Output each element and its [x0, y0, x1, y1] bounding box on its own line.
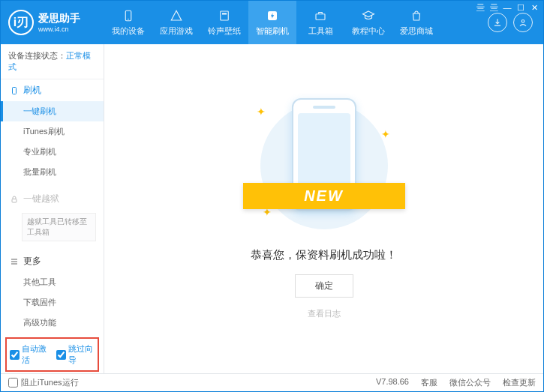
options-highlight-box: 自动激活 跳过向导: [5, 337, 99, 372]
view-log-link[interactable]: 查看日志: [308, 308, 341, 319]
app-url: www.i4.cn: [38, 25, 80, 33]
minimize-icon[interactable]: —: [501, 2, 513, 13]
sidebar-item-itunes-flash[interactable]: iTunes刷机: [1, 121, 104, 142]
nav-tabs: 我的设备 应用游戏 铃声壁纸 智能刷机 工具箱 教程中心: [104, 1, 488, 44]
main-content: ✦ ✦ ✦ NEW 恭喜您，保资料刷机成功啦！ 确定 查看日志: [104, 44, 543, 373]
svg-rect-8: [12, 199, 17, 202]
list-icon: [10, 257, 19, 266]
device-icon: [122, 9, 135, 22]
statusbar: 阻止iTunes运行 V7.98.66 客服 微信公众号 检查更新: [1, 373, 543, 391]
store-icon: [410, 9, 423, 22]
success-message: 恭喜您，保资料刷机成功啦！: [251, 248, 397, 262]
svg-rect-7: [13, 87, 17, 94]
check-update-link[interactable]: 检查更新: [503, 377, 536, 388]
svg-rect-3: [222, 13, 227, 14]
maximize-icon[interactable]: ☐: [515, 2, 527, 13]
toolbox-icon: [314, 9, 327, 22]
window-controls: 亖 亖 — ☐ ✕: [474, 2, 540, 13]
ok-button[interactable]: 确定: [295, 274, 353, 298]
sidebar-section-more[interactable]: 更多: [1, 250, 104, 272]
logo-icon: i刃: [8, 10, 34, 35]
app-name: 爱思助手: [38, 12, 80, 25]
support-link[interactable]: 客服: [421, 377, 437, 388]
wallpaper-icon: [218, 9, 231, 22]
apps-icon: [170, 9, 183, 22]
sidebar-item-batch-flash[interactable]: 批量刷机: [1, 162, 104, 182]
body: 设备连接状态：正常模式 刷机 一键刷机 iTunes刷机 专业刷机 批量刷机 一…: [1, 44, 543, 373]
tab-ringtones[interactable]: 铃声壁纸: [200, 1, 248, 44]
checkbox-auto-activate[interactable]: 自动激活: [10, 343, 49, 366]
version-label: V7.98.66: [376, 377, 409, 388]
tab-my-device[interactable]: 我的设备: [104, 1, 152, 44]
sparkle-icon: ✦: [381, 128, 390, 140]
svg-rect-5: [316, 13, 325, 19]
download-icon[interactable]: [488, 13, 507, 32]
sidebar-section-flash[interactable]: 刷机: [1, 79, 104, 101]
title-right-icons: [488, 13, 533, 32]
close-icon[interactable]: ✕: [528, 2, 540, 13]
sidebar-item-oneclick-flash[interactable]: 一键刷机: [1, 101, 104, 121]
app-window: 亖 亖 — ☐ ✕ i刃 爱思助手 www.i4.cn 我的设备 应用游戏: [0, 0, 544, 392]
phone-icon: [10, 86, 19, 95]
success-illustration: ✦ ✦ ✦ NEW: [249, 98, 399, 233]
sidebar-item-other-tools[interactable]: 其他工具: [1, 272, 104, 292]
tab-toolbox[interactable]: 工具箱: [296, 1, 344, 44]
jailbreak-note: 越狱工具已转移至工具箱: [22, 213, 96, 241]
svg-rect-2: [221, 11, 229, 20]
graduation-icon: [362, 9, 375, 22]
checkbox-block-itunes[interactable]: 阻止iTunes运行: [8, 377, 79, 388]
connection-status: 设备连接状态：正常模式: [1, 44, 104, 79]
logo-area[interactable]: i刃 爱思助手 www.i4.cn: [8, 10, 104, 35]
svg-point-1: [128, 18, 129, 19]
settings-icon[interactable]: 亖: [474, 2, 486, 13]
menu-icon[interactable]: 亖: [488, 2, 500, 13]
new-ribbon: NEW: [243, 183, 405, 209]
sidebar-item-advanced[interactable]: 高级功能: [1, 313, 104, 333]
sidebar-item-pro-flash[interactable]: 专业刷机: [1, 142, 104, 162]
sparkle-icon: ✦: [257, 106, 266, 118]
tab-apps[interactable]: 应用游戏: [152, 1, 200, 44]
tab-smart-flash[interactable]: 智能刷机: [248, 1, 296, 44]
flash-icon: [266, 9, 279, 22]
titlebar: 亖 亖 — ☐ ✕ i刃 爱思助手 www.i4.cn 我的设备 应用游戏: [1, 1, 543, 44]
sidebar-section-jailbreak[interactable]: 一键越狱: [1, 188, 104, 210]
svg-point-6: [521, 20, 524, 23]
wechat-link[interactable]: 微信公众号: [449, 377, 491, 388]
sidebar-item-download-fw[interactable]: 下载固件: [1, 292, 104, 313]
tab-store[interactable]: 爱思商城: [392, 1, 440, 44]
lock-icon: [10, 195, 19, 204]
tab-tutorials[interactable]: 教程中心: [344, 1, 392, 44]
checkbox-skip-guide[interactable]: 跳过向导: [56, 343, 95, 366]
user-icon[interactable]: [513, 13, 533, 32]
sidebar: 设备连接状态：正常模式 刷机 一键刷机 iTunes刷机 专业刷机 批量刷机 一…: [1, 44, 104, 373]
